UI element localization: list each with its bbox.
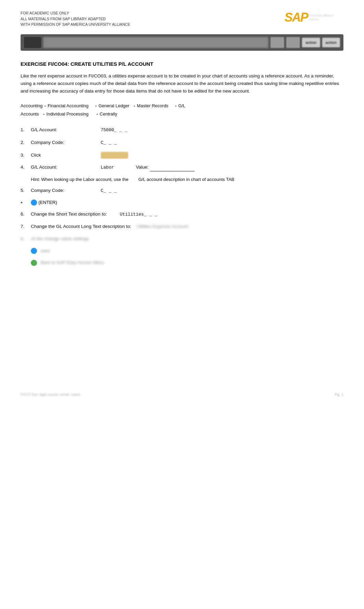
step-4: 4. G/L Account: Labor Value: (21, 163, 343, 171)
step-6-content: Change the Short Text description to: Ut… (31, 210, 343, 218)
step-7-content: Change the GL Account Long Text descript… (31, 223, 343, 230)
step-1-label: G/L Account: (31, 126, 99, 134)
step-3: 3. Click (21, 151, 343, 159)
step-5-content: Company Code: C_ _ _ (31, 187, 343, 195)
step-3-num: 3. (21, 151, 31, 159)
enter-label: (ENTER) (38, 200, 57, 205)
step-4-num: 4. (21, 163, 31, 171)
nav-item-accounts: Accounts (21, 111, 39, 117)
nav-box-address[interactable] (43, 37, 268, 48)
green-icon-1 (31, 260, 37, 266)
step-6-label: Change the Short Text description to: (31, 211, 119, 217)
nav-bar: action action (21, 34, 343, 51)
step-5-num: 5. (21, 187, 31, 194)
footer-page: Pg. 1 (335, 392, 343, 397)
nav-item-master-records: Master Records (137, 103, 168, 108)
step-5-value: C_ _ _ (101, 187, 117, 195)
step-1-value: 75000_ _ _ (101, 127, 128, 134)
sap-logo-subtitle: university alliance partner (309, 14, 343, 21)
footer-text: FI/CO four digit course center name (21, 392, 81, 397)
nav-item-financial-accounting: Financial Accounting (48, 103, 88, 108)
header-line3: WITH PERMISSION OF SAP AMERICA UNIVERSIT… (21, 22, 130, 27)
header-line1: FOR ACADEMIC USE ONLY (21, 10, 130, 16)
step-2-num: 2. (21, 139, 31, 146)
hint-text: Hint: When looking up the Labor account,… (31, 176, 343, 183)
page-wrapper: FOR ACADEMIC USE ONLY ALL MATERIALS FROM… (0, 0, 364, 609)
step-1-num: 1. (21, 126, 31, 134)
nav-item-accounting: Accounting (21, 103, 43, 108)
header-line2: ALL MATERIALS FROM SAP LIBRARY ADAPTED (21, 16, 130, 22)
arrow-2: ▪ (95, 104, 98, 108)
nav-button-1[interactable]: action (302, 38, 320, 47)
hint-main: Hint: When looking up the Labor account,… (31, 177, 234, 182)
nav-item-individual-processing: Individual Processing (46, 111, 88, 117)
sap-logo: SAP university alliance partner (284, 10, 343, 25)
arrow-5: ▪ (43, 112, 46, 116)
step-7-label: Change the GL Account Long Text descript… (31, 224, 131, 229)
step-2-label: Company Code: (31, 139, 99, 146)
nav-item-centrally: Centrally (100, 111, 117, 117)
intro-text: Like the rent expense account in FI/CO03… (21, 72, 343, 95)
step-3-content: Click (31, 151, 343, 159)
blue-icon-1 (31, 248, 37, 254)
arrow-6: ▪ (97, 112, 99, 116)
nav-box-icon2 (286, 37, 300, 48)
arrow-1: ▪ (45, 104, 47, 108)
exercise-title: EXERCISE FI/CO04: CREATE UTILITIES P/L A… (21, 61, 343, 67)
step-1-content: G/L Account: 75000_ _ _ (31, 126, 343, 134)
step-2-value: C_ _ _ (101, 139, 117, 147)
main-content: EXERCISE FI/CO04: CREATE UTILITIES P/L A… (0, 54, 364, 285)
step-3-blurred-button (101, 152, 128, 159)
enter-icon (31, 199, 37, 206)
step-4-label: G/L Account: (31, 163, 99, 171)
enter-section: ▪ (ENTER) (21, 199, 343, 206)
step-8-content: At the change value settings (31, 235, 343, 243)
steps-container: 1. G/L Account: 75000_ _ _ 2. Company Co… (21, 126, 343, 266)
header-text: FOR ACADEMIC USE ONLY ALL MATERIALS FROM… (21, 10, 130, 27)
step-6-num: 6. (21, 210, 31, 218)
nav-item-gl-accounts: G/L (178, 103, 185, 108)
arrow-4: ▪ (175, 104, 178, 108)
step-5: 5. Company Code: C_ _ _ (21, 187, 343, 195)
step-4-content: G/L Account: Labor Value: (31, 163, 343, 171)
step-7: 7. Change the GL Account Long Text descr… (21, 223, 343, 230)
step-8-num: 8. (21, 235, 31, 243)
nav-box-dark (24, 37, 41, 48)
step-5-label: Company Code: (31, 187, 99, 194)
nav-button-2[interactable]: action (322, 38, 340, 47)
step-1: 1. G/L Account: 75000_ _ _ (21, 126, 343, 134)
nav-box-icon1 (270, 37, 284, 48)
blurred-label-2: Back to SAP Easy Access Menu (40, 259, 104, 266)
step-4-value: Labor (101, 164, 114, 171)
nav-path: Accounting ▪ Financial Accounting ▪ Gene… (21, 102, 343, 118)
step-3-label: Click (31, 151, 99, 159)
step-6-value: Utilities_ _ _ (120, 211, 157, 218)
step-7-blurred-value: Utilities Expense Account (136, 224, 189, 229)
nav-item-general-ledger: General Ledger (98, 103, 129, 108)
bullet-blurred-2: Back to SAP Easy Access Menu (31, 259, 343, 266)
enter-bullet-sym: ▪ (21, 199, 31, 206)
bullet-blurred-1: save (31, 247, 343, 255)
footer-area: FI/CO four digit course center name Pg. … (21, 392, 343, 397)
step-4-value2: Value: (136, 165, 195, 170)
header-section: FOR ACADEMIC USE ONLY ALL MATERIALS FROM… (0, 0, 364, 31)
step-2: 2. Company Code: C_ _ _ (21, 139, 343, 147)
blurred-label-1: save (40, 247, 50, 255)
arrow-3: ▪ (134, 104, 136, 108)
sap-logo-text: SAP (284, 10, 308, 25)
step-6: 6. Change the Short Text description to:… (21, 210, 343, 218)
step-2-content: Company Code: C_ _ _ (31, 139, 343, 147)
step-7-num: 7. (21, 223, 31, 230)
step-8-blurred: 8. At the change value settings (21, 235, 343, 243)
